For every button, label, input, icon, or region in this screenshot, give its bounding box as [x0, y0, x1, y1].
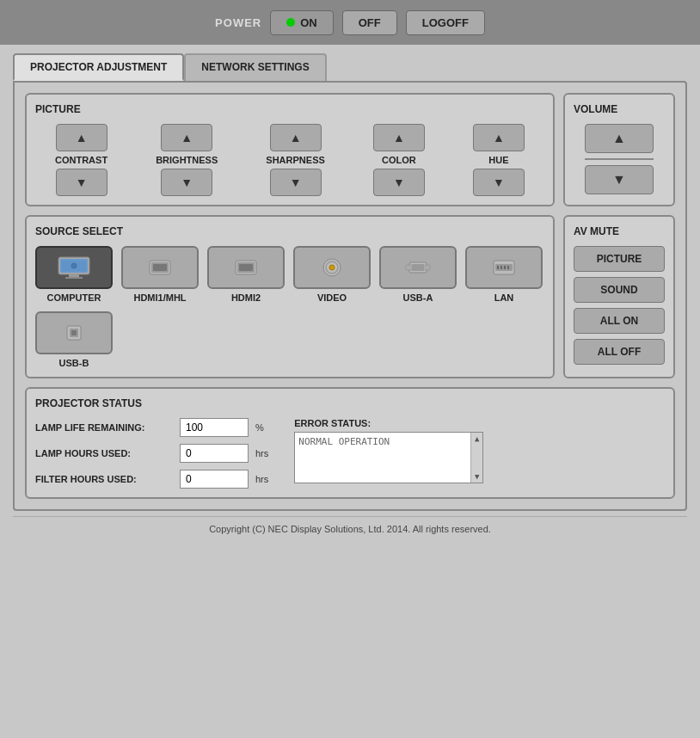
contrast-down-button[interactable]: ▼ [56, 169, 107, 196]
svg-rect-26 [71, 330, 77, 335]
status-fields: LAMP LIFE REMAINING: % LAMP HOURS USED: … [35, 418, 268, 489]
scroll-up-arrow: ▲ [473, 433, 481, 445]
usbb-icon [57, 321, 91, 345]
svg-rect-22 [504, 266, 506, 269]
hue-control: ▲ HUE ▼ [473, 124, 525, 196]
power-off-button[interactable]: OFF [342, 10, 397, 35]
hdmi1-label: HDMI1/MHL [133, 292, 186, 303]
lan-label: LAN [494, 292, 514, 303]
error-scrollbar[interactable]: ▲ ▼ [470, 433, 482, 483]
color-control: ▲ COLOR ▼ [373, 124, 425, 196]
volume-separator [585, 158, 654, 160]
computer-icon-box [35, 246, 113, 289]
hdmi2-icon [229, 255, 263, 280]
video-label: VIDEO [317, 292, 347, 303]
source-hdmi2-button[interactable]: HDMI2 [207, 246, 285, 303]
sharpness-down-button[interactable]: ▼ [270, 169, 322, 196]
source-video-button[interactable]: VIDEO [293, 246, 371, 303]
hdmi2-label: HDMI2 [231, 292, 261, 303]
brightness-label: BRIGHTNESS [156, 155, 218, 165]
tab-content: PICTURE ▲ CONTRAST ▼ ▲ BRIGHTNESS ▼ [13, 81, 687, 511]
hue-down-button[interactable]: ▼ [473, 169, 525, 196]
av-mute-all-off-button[interactable]: ALL OFF [574, 339, 665, 365]
av-mute-all-on-button[interactable]: ALL ON [574, 308, 665, 334]
lamp-life-unit: % [255, 422, 264, 433]
power-indicator [286, 18, 295, 27]
svg-rect-2 [69, 274, 79, 277]
logoff-button[interactable]: LOGOFF [406, 10, 485, 35]
volume-down-button[interactable]: ▼ [585, 165, 654, 194]
computer-icon [57, 255, 91, 280]
lamp-hours-input[interactable] [180, 444, 249, 463]
footer-text: Copyright (C) NEC Display Solutions, Ltd… [209, 524, 491, 534]
top-bar: POWER ON OFF LOGOFF [0, 0, 700, 45]
av-mute-section: AV MUTE PICTURE SOUND ALL ON ALL OFF [563, 215, 675, 378]
hue-label: HUE [488, 155, 508, 165]
filter-hours-input[interactable] [180, 470, 249, 489]
av-mute-sound-button[interactable]: SOUND [574, 277, 665, 303]
tabs: PROJECTOR ADJUSTMENT NETWORK SETTINGS [13, 53, 687, 81]
av-mute-controls: PICTURE SOUND ALL ON ALL OFF [574, 246, 665, 365]
power-on-button[interactable]: ON [270, 10, 334, 35]
sharpness-up-button[interactable]: ▲ [270, 124, 322, 151]
svg-rect-23 [507, 266, 509, 269]
hdmi1-icon [143, 255, 177, 280]
hdmi1-icon-box [121, 246, 199, 289]
source-usbb-button[interactable]: USB-B [35, 311, 113, 368]
svg-rect-8 [153, 264, 167, 271]
source-hdmi1-button[interactable]: HDMI1/MHL [121, 246, 199, 303]
source-computer-button[interactable]: COMPUTER [35, 246, 113, 303]
picture-section: PICTURE ▲ CONTRAST ▼ ▲ BRIGHTNESS ▼ [25, 93, 555, 206]
svg-rect-5 [62, 261, 86, 271]
lamp-life-row: LAMP LIFE REMAINING: % [35, 418, 268, 437]
source-lan-button[interactable]: LAN [465, 246, 543, 303]
computer-label: COMPUTER [47, 292, 101, 303]
svg-point-13 [329, 265, 335, 270]
lamp-life-label: LAMP LIFE REMAINING: [35, 422, 173, 433]
video-icon [315, 255, 349, 280]
source-grid: COMPUTER HDMI1/MHL [35, 246, 544, 368]
lan-icon-box [465, 246, 543, 289]
brightness-down-button[interactable]: ▼ [161, 169, 212, 196]
contrast-up-button[interactable]: ▲ [56, 124, 107, 151]
picture-controls: ▲ CONTRAST ▼ ▲ BRIGHTNESS ▼ ▲ SHARPNESS [35, 124, 544, 196]
svg-rect-21 [500, 266, 502, 269]
contrast-label: CONTRAST [55, 155, 107, 165]
source-select-title: SOURCE SELECT [35, 225, 544, 237]
lamp-hours-row: LAMP HOURS USED: hrs [35, 444, 268, 463]
picture-volume-row: PICTURE ▲ CONTRAST ▼ ▲ BRIGHTNESS ▼ [25, 93, 675, 206]
brightness-up-button[interactable]: ▲ [161, 124, 212, 151]
usba-label: USB-A [403, 292, 433, 303]
lan-icon [487, 255, 521, 280]
error-status-display: NORMAL OPERATION ▲ ▼ [294, 432, 483, 483]
filter-hours-unit: hrs [255, 474, 268, 484]
color-up-button[interactable]: ▲ [373, 124, 425, 151]
hdmi2-icon-box [207, 246, 285, 289]
tab-projector-adjustment[interactable]: PROJECTOR ADJUSTMENT [13, 53, 184, 81]
filter-hours-row: FILTER HOURS USED: hrs [35, 470, 268, 489]
source-usba-button[interactable]: USB-A [379, 246, 457, 303]
volume-up-button[interactable]: ▲ [585, 124, 654, 153]
video-icon-box [293, 246, 371, 289]
error-status-label: ERROR STATUS: [294, 418, 665, 428]
svg-rect-11 [239, 264, 253, 271]
usba-icon-box [379, 246, 457, 289]
volume-title: VOLUME [574, 103, 665, 115]
hue-up-button[interactable]: ▲ [473, 124, 525, 151]
svg-rect-17 [412, 264, 424, 271]
scroll-down-arrow: ▼ [473, 470, 481, 483]
error-status-value: NORMAL OPERATION [298, 436, 390, 447]
av-mute-picture-button[interactable]: PICTURE [574, 246, 665, 272]
usbb-icon-box [35, 311, 113, 354]
color-label: COLOR [382, 155, 416, 165]
sharpness-control: ▲ SHARPNESS ▼ [266, 124, 324, 196]
filter-hours-label: FILTER HOURS USED: [35, 474, 173, 484]
tab-network-settings[interactable]: NETWORK SETTINGS [184, 53, 326, 81]
usba-icon [401, 255, 435, 280]
color-down-button[interactable]: ▼ [373, 169, 425, 196]
volume-controls: ▲ ▼ [574, 124, 665, 194]
lamp-life-input[interactable] [180, 418, 249, 437]
main-content: PROJECTOR ADJUSTMENT NETWORK SETTINGS PI… [0, 45, 700, 550]
projector-status-title: PROJECTOR STATUS [35, 397, 665, 409]
contrast-control: ▲ CONTRAST ▼ [55, 124, 107, 196]
